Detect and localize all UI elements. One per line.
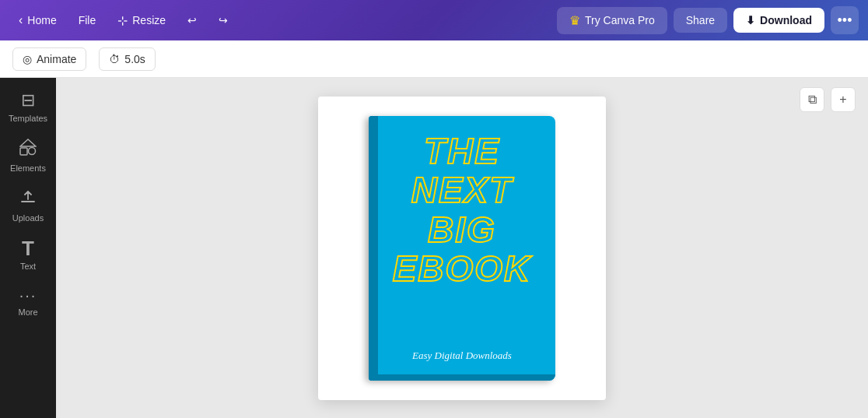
- add-frame-button[interactable]: +: [831, 87, 856, 112]
- book-wrapper: THE NEXT BIG EBOOK Easy Digital Download…: [318, 97, 606, 400]
- animate-label: Animate: [37, 53, 76, 65]
- more-icon: ···: [19, 286, 37, 304]
- more-icon: •••: [838, 12, 852, 29]
- resize-icon: ⊹: [117, 13, 128, 28]
- book-spine: [369, 116, 378, 381]
- svg-rect-0: [20, 148, 27, 155]
- chevron-left-icon: ‹: [19, 13, 23, 27]
- home-button[interactable]: ‹ Home: [9, 9, 66, 32]
- main-layout: ⊟ Templates Elements Uploads: [0, 78, 868, 418]
- svg-marker-2: [20, 139, 36, 146]
- canvas-controls: ⧉ +: [800, 87, 856, 112]
- copy-frame-button[interactable]: ⧉: [800, 87, 824, 112]
- download-button[interactable]: ⬇ Download: [733, 8, 824, 33]
- animate-icon: ◎: [23, 53, 32, 65]
- top-navigation: ‹ Home File ⊹ Resize ↩ ↪ ♛ Try Canva Pro…: [0, 0, 868, 40]
- book-cover[interactable]: THE NEXT BIG EBOOK Easy Digital Download…: [369, 116, 555, 381]
- book-title: THE NEXT BIG EBOOK: [381, 132, 543, 289]
- book-title-line2: BIG: [381, 210, 543, 250]
- canvas-area: ⧉ + THE NEXT BIG EBOOK Easy Digital Down…: [56, 78, 868, 418]
- sidebar-item-label: Templates: [9, 114, 47, 123]
- resize-button[interactable]: ⊹ Resize: [108, 9, 175, 33]
- uploads-icon: [19, 188, 37, 210]
- book-bottom-stripe: [369, 374, 555, 381]
- undo-icon: ↩: [187, 14, 197, 26]
- duration-button[interactable]: ⏱ 5.0s: [99, 47, 155, 71]
- toolbar: ◎ Animate ⏱ 5.0s: [0, 40, 868, 78]
- try-canva-pro-button[interactable]: ♛ Try Canva Pro: [557, 7, 667, 34]
- resize-label: Resize: [132, 14, 166, 26]
- clock-icon: ⏱: [109, 53, 120, 65]
- sidebar: ⊟ Templates Elements Uploads: [0, 78, 56, 418]
- sidebar-item-label: Elements: [10, 163, 46, 173]
- templates-icon: ⊟: [21, 90, 35, 111]
- nav-right-actions: ♛ Try Canva Pro Share ⬇ Download •••: [557, 6, 859, 34]
- add-icon: +: [839, 93, 846, 107]
- canva-pro-label: Try Canva Pro: [585, 14, 655, 26]
- file-label: File: [79, 14, 96, 26]
- download-label: Download: [760, 14, 812, 26]
- redo-icon: ↪: [219, 14, 228, 26]
- file-button[interactable]: File: [69, 9, 106, 31]
- sidebar-item-uploads[interactable]: Uploads: [3, 182, 53, 229]
- book-title-line3: EBOOK: [381, 249, 543, 289]
- book-subtitle: Easy Digital Downloads: [412, 350, 512, 362]
- share-button[interactable]: Share: [674, 8, 727, 33]
- book-title-line1: THE NEXT: [381, 132, 543, 210]
- more-options-button[interactable]: •••: [831, 6, 859, 34]
- crown-icon: ♛: [569, 13, 580, 28]
- sidebar-item-more[interactable]: ··· More: [3, 280, 53, 323]
- download-icon: ⬇: [746, 14, 755, 26]
- elements-icon: [19, 139, 37, 160]
- sidebar-item-text[interactable]: T Text: [3, 232, 53, 277]
- duration-label: 5.0s: [124, 53, 145, 65]
- animate-button[interactable]: ◎ Animate: [12, 47, 86, 71]
- share-label: Share: [686, 14, 715, 26]
- text-icon: T: [22, 238, 34, 258]
- sidebar-item-label: Uploads: [12, 213, 44, 223]
- sidebar-item-elements[interactable]: Elements: [3, 132, 53, 179]
- svg-point-1: [29, 148, 36, 155]
- sidebar-item-label: Text: [20, 262, 36, 271]
- copy-icon: ⧉: [808, 93, 817, 107]
- redo-button[interactable]: ↪: [209, 9, 237, 31]
- sidebar-item-label: More: [18, 307, 37, 317]
- home-label: Home: [27, 14, 56, 26]
- sidebar-item-templates[interactable]: ⊟ Templates: [3, 84, 53, 129]
- undo-button[interactable]: ↩: [178, 9, 206, 31]
